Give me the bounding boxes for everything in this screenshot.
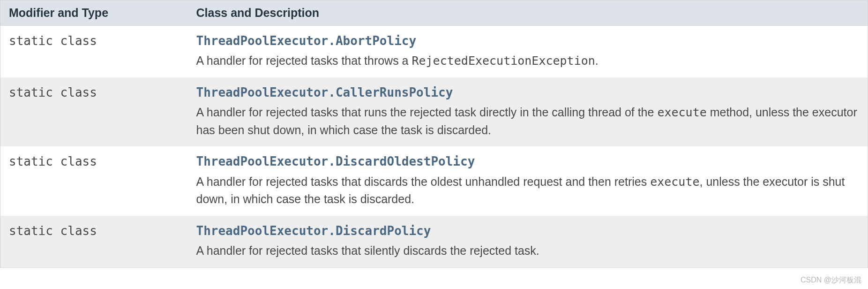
- class-desc-cell: ThreadPoolExecutor.DiscardPolicy A handl…: [188, 216, 868, 267]
- class-link-discardoldestpolicy[interactable]: ThreadPoolExecutor.DiscardOldestPolicy: [196, 153, 475, 170]
- table-row: static class ThreadPoolExecutor.DiscardP…: [0, 216, 868, 267]
- class-desc-cell: ThreadPoolExecutor.AbortPolicy A handler…: [188, 26, 868, 77]
- modifier-cell: static class: [0, 216, 188, 267]
- header-class-description: Class and Description: [188, 0, 868, 26]
- table-row: static class ThreadPoolExecutor.DiscardO…: [0, 146, 868, 215]
- table-header-row: Modifier and Type Class and Description: [0, 0, 868, 26]
- code-inline: execute: [650, 175, 699, 189]
- table-row: static class ThreadPoolExecutor.AbortPol…: [0, 26, 868, 77]
- class-link-callerrunspolicy[interactable]: ThreadPoolExecutor.CallerRunsPolicy: [196, 84, 453, 101]
- modifier-cell: static class: [0, 26, 188, 77]
- modifier-cell: static class: [0, 146, 188, 215]
- class-description: A handler for rejected tasks that runs t…: [196, 104, 860, 139]
- class-link-abortpolicy[interactable]: ThreadPoolExecutor.AbortPolicy: [196, 32, 417, 49]
- class-description: A handler for rejected tasks that silent…: [196, 242, 860, 260]
- class-desc-cell: ThreadPoolExecutor.DiscardOldestPolicy A…: [188, 146, 868, 215]
- header-modifier-type: Modifier and Type: [0, 0, 188, 26]
- class-link-discardpolicy[interactable]: ThreadPoolExecutor.DiscardPolicy: [196, 222, 431, 239]
- code-inline: RejectedExecutionException: [412, 54, 595, 68]
- table-row: static class ThreadPoolExecutor.CallerRu…: [0, 77, 868, 146]
- class-summary-table: Modifier and Type Class and Description …: [0, 0, 868, 268]
- class-description: A handler for rejected tasks that throws…: [196, 52, 860, 70]
- modifier-cell: static class: [0, 77, 188, 146]
- code-inline: execute: [657, 106, 706, 119]
- class-desc-cell: ThreadPoolExecutor.CallerRunsPolicy A ha…: [188, 77, 868, 146]
- class-description: A handler for rejected tasks that discar…: [196, 173, 860, 208]
